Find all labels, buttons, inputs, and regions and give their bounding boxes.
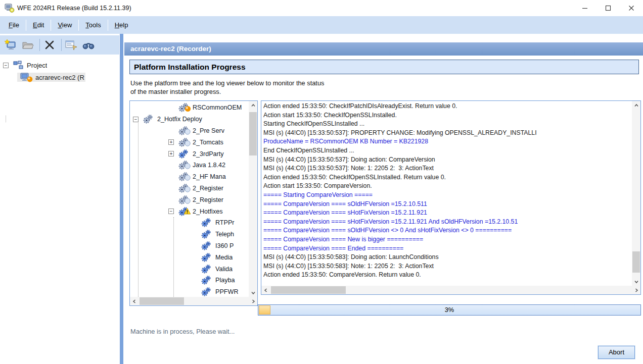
tree-item-label: 2_HF Mana bbox=[191, 173, 226, 180]
project-child-item[interactable]: acrarevc-rec2 (R bbox=[0, 71, 120, 83]
progress-bar: 3% bbox=[258, 304, 641, 316]
menu-item-tools[interactable]: Tools bbox=[79, 19, 107, 31]
scrollbar-thumb[interactable] bbox=[140, 297, 184, 305]
tree-item[interactable]: 2_HF Mana bbox=[130, 171, 249, 183]
tree-item[interactable]: I360 P bbox=[130, 240, 249, 252]
tree-item[interactable]: −2_Hotfixes bbox=[130, 205, 249, 217]
platform-tree-panel: RSCommonOEM−2_Hotfix Deploy2_Pre Serv+2_… bbox=[129, 100, 258, 306]
toolbar-separator bbox=[61, 39, 62, 51]
open-folder-button[interactable] bbox=[20, 37, 35, 53]
tree-item-label: PPFWR bbox=[214, 288, 238, 295]
installer-app-icon bbox=[5, 4, 15, 13]
tree-item[interactable]: PPFWR bbox=[130, 286, 249, 297]
log-viewer-panel: Action ended 15:33:50: CheckIfPatchIDIsA… bbox=[261, 100, 641, 295]
log-line: ===== CompareVersion ==== Ended ========… bbox=[263, 244, 632, 253]
log-line: Action ended 15:33:50: CheckIfPatchIDIsA… bbox=[263, 102, 632, 111]
expander-slot: − bbox=[133, 117, 143, 122]
tree-item[interactable]: RSCommonOEM bbox=[130, 102, 249, 114]
expander-minus[interactable]: − bbox=[3, 63, 9, 68]
expander-slot: + bbox=[168, 151, 178, 157]
gears-icon bbox=[143, 115, 156, 124]
log-line: MSI (s) (44:C0) [15:33:50:537]: Doing ac… bbox=[263, 155, 632, 165]
platform-tree[interactable]: RSCommonOEM−2_Hotfix Deploy2_Pre Serv+2_… bbox=[130, 101, 249, 297]
expander-plus[interactable]: + bbox=[168, 139, 174, 145]
app-window: WFE 2024R1 Release (Build 15.2.11.39) Fi… bbox=[0, 0, 643, 364]
tree-item-label: 2_Tomcats bbox=[191, 139, 223, 146]
log-line: ===== CompareVersion ==== New is bigger … bbox=[263, 235, 632, 244]
scroll-left-button[interactable] bbox=[130, 297, 139, 305]
gears-circle-icon bbox=[178, 184, 191, 193]
project-root-item[interactable]: − Project bbox=[0, 59, 120, 71]
tree-item-label: 2_Hotfix Deploy bbox=[156, 116, 202, 123]
scrollbar-thumb[interactable] bbox=[249, 112, 257, 155]
scroll-right-button[interactable] bbox=[249, 297, 257, 305]
gears-blue-icon bbox=[178, 149, 191, 159]
tree-item[interactable]: 2_Register bbox=[130, 183, 249, 194]
scroll-right-button[interactable] bbox=[632, 286, 640, 294]
tree-item[interactable]: Media bbox=[130, 251, 249, 263]
minimize-button[interactable] bbox=[573, 0, 596, 16]
tree-item[interactable]: Playba bbox=[130, 275, 249, 286]
scroll-down-button[interactable] bbox=[249, 288, 257, 297]
menu-item-help[interactable]: Help bbox=[108, 19, 135, 31]
gears-blue-icon bbox=[201, 265, 214, 274]
scroll-up-button[interactable] bbox=[249, 101, 257, 110]
maximize-button[interactable] bbox=[596, 0, 620, 16]
log-line: MSI (s) (44:C0) [15:33:50:537]: Note: 1:… bbox=[263, 164, 632, 173]
computer-ball-icon bbox=[20, 73, 33, 82]
tree-item[interactable]: 2_Pre Serv bbox=[130, 125, 249, 137]
tree-item[interactable]: −2_Hotfix Deploy bbox=[130, 114, 249, 125]
tree-item-label: 2_Register bbox=[191, 185, 223, 192]
menu-item-view[interactable]: View bbox=[51, 19, 78, 31]
scroll-down-button[interactable] bbox=[632, 277, 640, 286]
gears-circle-icon bbox=[178, 195, 191, 204]
scrollbar-thumb[interactable] bbox=[632, 251, 640, 273]
log-line: MSI (s) (44:C0) [15:33:50:583]: Note: 1:… bbox=[263, 262, 632, 271]
find-button[interactable] bbox=[81, 37, 96, 53]
menu-item-edit[interactable]: Edit bbox=[26, 19, 51, 31]
gears-ball-icon bbox=[178, 103, 191, 112]
scroll-up-button[interactable] bbox=[632, 101, 640, 110]
close-button[interactable] bbox=[620, 0, 643, 16]
tree-item-label: Playba bbox=[214, 277, 235, 284]
log-line: ===== CompareVersion ==== sOldHFVersion … bbox=[263, 200, 632, 209]
gears-blue-icon bbox=[201, 241, 214, 250]
tree-item[interactable]: Java 1.8.42 bbox=[130, 160, 249, 171]
log-line: ===== CompareVersion ==== sHotFixVersion… bbox=[263, 218, 632, 227]
abort-button[interactable]: Abort bbox=[598, 346, 635, 359]
delete-button[interactable] bbox=[42, 37, 57, 53]
tree-item-label: 2_Hotfixes bbox=[191, 208, 223, 215]
platform-tree-hscrollbar[interactable] bbox=[130, 297, 257, 305]
expander-minus[interactable]: − bbox=[133, 117, 139, 122]
gears-blue-icon bbox=[201, 276, 214, 285]
properties-button[interactable] bbox=[64, 37, 79, 53]
tree-item[interactable]: 2_Register bbox=[130, 194, 249, 205]
window-body: − Project acrarevc-rec2 (R acrarevc-rec2… bbox=[0, 34, 643, 364]
expander-slot: − bbox=[168, 209, 178, 214]
gears-blue-icon bbox=[201, 253, 214, 262]
log-line: MSI (s) (44!C0) [15:33:50:537]: PROPERTY… bbox=[263, 129, 632, 138]
tree-item-label: 2_Pre Serv bbox=[191, 127, 224, 134]
expander-plus[interactable]: + bbox=[168, 151, 174, 157]
log-line: Action ended 15:33:50: CompareVersion. R… bbox=[263, 271, 632, 280]
toolbar-separator bbox=[39, 39, 40, 51]
tree-item[interactable]: +2_3rdParty bbox=[130, 148, 249, 160]
platform-tree-vscrollbar[interactable] bbox=[249, 101, 257, 297]
org-icon bbox=[12, 61, 25, 70]
expander-minus[interactable]: − bbox=[168, 209, 174, 214]
log-vscrollbar[interactable] bbox=[632, 101, 640, 286]
tree-item-label: 2_Register bbox=[191, 196, 223, 203]
menu-item-file[interactable]: File bbox=[2, 19, 26, 31]
scrollbar-thumb[interactable] bbox=[271, 286, 346, 294]
description-line1: Use the platform tree and the log viewer… bbox=[130, 79, 324, 88]
panel-splitter[interactable] bbox=[119, 34, 124, 364]
tree-item[interactable]: Teleph bbox=[130, 229, 249, 240]
log-line: ===== CompareVersion ==== sHotFixVersion… bbox=[263, 209, 632, 218]
log-hscrollbar[interactable] bbox=[261, 286, 640, 294]
tree-item[interactable]: Valida bbox=[130, 263, 249, 275]
log-line: ===== Starting CompareVersion ===== bbox=[263, 191, 632, 200]
tree-item[interactable]: +2_Tomcats bbox=[130, 136, 249, 148]
scroll-left-button[interactable] bbox=[261, 286, 270, 294]
new-project-button[interactable] bbox=[3, 37, 18, 53]
tree-item[interactable]: RTPPr bbox=[130, 217, 249, 229]
